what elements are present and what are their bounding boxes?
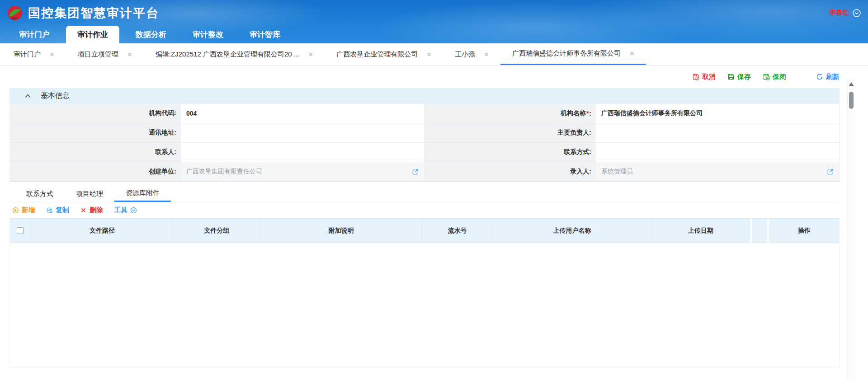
nav-item-审计作业[interactable]: 审计作业 (66, 26, 119, 43)
form-field-创建单位: 创建单位:广西农垦集团有限责任公司 (9, 162, 425, 182)
delete-x-icon (80, 207, 87, 214)
scrollbar-thumb[interactable] (849, 92, 854, 109)
doc-tab[interactable]: 审计门户× (2, 43, 66, 65)
action-button-label: 保存 (737, 73, 751, 81)
user-name[interactable]: 李春红 (829, 9, 849, 17)
保存-button[interactable]: 保存 (727, 73, 751, 81)
section-title: 基本信息 (41, 91, 70, 101)
field-input[interactable] (181, 123, 425, 143)
工具-button[interactable]: 工具 (114, 206, 137, 215)
nav-item-审计智库[interactable]: 审计智库 (240, 26, 290, 43)
取消-button[interactable]: 取消 (692, 73, 716, 81)
doc-tab[interactable]: 王小燕× (443, 43, 500, 65)
field-label: 联系人: (9, 143, 181, 162)
column-header-附加说明: 附加说明 (260, 219, 422, 243)
toolbar-button-label: 复制 (56, 206, 69, 215)
field-label: 录入人: (425, 162, 596, 182)
column-header-文件分组: 文件分组 (174, 219, 260, 243)
action-button-label: 刷新 (826, 73, 840, 81)
field-label: 联系方式: (425, 143, 596, 162)
tab-close-icon[interactable]: × (308, 51, 313, 58)
form-field-联系方式: 联系方式: (425, 143, 840, 162)
external-link-icon[interactable] (827, 168, 834, 175)
nav-item-审计整改[interactable]: 审计整改 (183, 26, 233, 43)
删除-button[interactable]: 删除 (80, 206, 103, 215)
field-value: 广西瑞信盛德会计师事务所有限公司 (601, 109, 703, 117)
doc-tab[interactable]: 项目立项管理× (66, 43, 144, 65)
tab-close-icon[interactable]: × (630, 50, 634, 57)
save-icon (727, 73, 735, 80)
user-menu[interactable]: 李春红 (829, 9, 861, 17)
scroll-up-icon[interactable] (849, 82, 854, 86)
form-field-通讯地址: 通讯地址: (9, 123, 425, 143)
toolbar-button-label: 工具 (114, 206, 127, 215)
field-input[interactable]: 广西瑞信盛德会计师事务所有限公司 (596, 104, 840, 123)
doc-tab[interactable]: 广西农垦企业管理有限公司× (325, 43, 443, 65)
action-button-label: 保闭 (773, 73, 786, 81)
attachments-table-body (9, 243, 840, 367)
section-basic-info[interactable]: 基本信息 (9, 88, 840, 104)
field-input[interactable] (596, 143, 840, 162)
column-header-上传日期: 上传日期 (652, 219, 750, 243)
form-field-机构代码: 机构代码:004 (9, 104, 425, 123)
column-header-上传用户名称: 上传用户名称 (493, 219, 652, 243)
form-row: 创建单位:广西农垦集团有限责任公司录入人:系统管理员 (9, 162, 840, 182)
复制-button[interactable]: 复制 (46, 206, 69, 215)
app-header: 国控集团智慧审计平台 李春红 审计门户审计作业数据分析审计整改审计智库 (0, 0, 868, 43)
doc-tabbar: 审计门户×项目立项管理×编辑:ZJ202512 广西农垦企业管理有限公司20 .… (0, 43, 868, 66)
form-field-机构名称: 机构名称*:广西瑞信盛德会计师事务所有限公司 (425, 104, 840, 123)
basic-info-form: 机构代码:004机构名称*:广西瑞信盛德会计师事务所有限公司通讯地址:主要负责人… (9, 104, 840, 182)
tools-caret-icon (130, 207, 137, 214)
select-all-cell (9, 219, 31, 243)
doc-tab[interactable]: 编辑:ZJ202512 广西农垦企业管理有限公司20 ...× (144, 43, 325, 65)
detail-tab-资源库附件[interactable]: 资源库附件 (114, 186, 171, 202)
refresh-icon (816, 73, 823, 80)
attachments-table-header: 文件路径文件分组附加说明流水号上传用户名称上传日期操作 (9, 218, 840, 243)
nav-item-审计门户[interactable]: 审计门户 (9, 26, 60, 43)
vertical-scrollbar[interactable] (847, 79, 854, 379)
external-link-icon[interactable] (412, 168, 419, 175)
toolbar-button-label: 新增 (22, 206, 35, 215)
chevron-down-circle-icon[interactable] (853, 9, 861, 17)
doc-tab-label: 广西农垦企业管理有限公司 (336, 50, 418, 59)
tab-close-icon[interactable]: × (50, 51, 54, 58)
新增-button[interactable]: 新增 (12, 206, 35, 215)
detail-tab-联系方式[interactable]: 联系方式 (15, 186, 65, 202)
external-link-icon (827, 168, 834, 175)
detail-tab-项目经理[interactable]: 项目经理 (65, 186, 114, 202)
刷新-button[interactable]: 刷新 (816, 73, 840, 81)
form-field-主要负责人: 主要负责人: (425, 123, 840, 143)
column-header-操作: 操作 (769, 219, 840, 243)
add-icon (12, 207, 19, 214)
column-header-流水号: 流水号 (422, 219, 493, 243)
app-logo-icon (7, 5, 23, 21)
field-label: 主要负责人: (425, 123, 596, 143)
field-input[interactable] (596, 123, 840, 143)
field-label: 创建单位: (9, 162, 181, 182)
field-input[interactable] (181, 143, 425, 162)
column-header-文件路径: 文件路径 (31, 219, 174, 243)
doc-tab-label: 广西瑞信盛德会计师事务所有限公司 (512, 49, 621, 58)
form-field-联系人: 联系人: (9, 143, 425, 162)
toolbar-button-label: 删除 (90, 206, 103, 215)
tab-close-icon[interactable]: × (127, 51, 132, 58)
tab-close-icon[interactable]: × (427, 51, 431, 58)
select-all-checkbox[interactable] (17, 227, 24, 234)
field-value: 系统管理员 (601, 168, 633, 176)
保闭-button[interactable]: 保闭 (763, 73, 786, 81)
required-asterisk: * (586, 110, 589, 117)
field-value: 004 (186, 110, 197, 117)
doc-tab[interactable]: 广西瑞信盛德会计师事务所有限公司× (500, 43, 646, 65)
copy-icon (46, 207, 53, 214)
nav-item-数据分析[interactable]: 数据分析 (126, 26, 176, 43)
external-link-icon (412, 168, 419, 175)
grid-toolbar: 新增复制删除工具 (9, 202, 840, 218)
form-row: 联系人:联系方式: (9, 143, 840, 162)
page-body: 取消保存保闭刷新 基本信息 机构代码:004机构名称*:广西瑞信盛德会计师事务所… (0, 66, 868, 379)
form-field-录入人: 录入人:系统管理员 (425, 162, 840, 182)
doc-tab-label: 项目立项管理 (78, 50, 118, 59)
field-input[interactable]: 004 (181, 104, 425, 123)
doc-tab-label: 王小燕 (455, 50, 475, 59)
collapse-chevron-icon[interactable] (25, 94, 31, 98)
tab-close-icon[interactable]: × (484, 51, 489, 58)
